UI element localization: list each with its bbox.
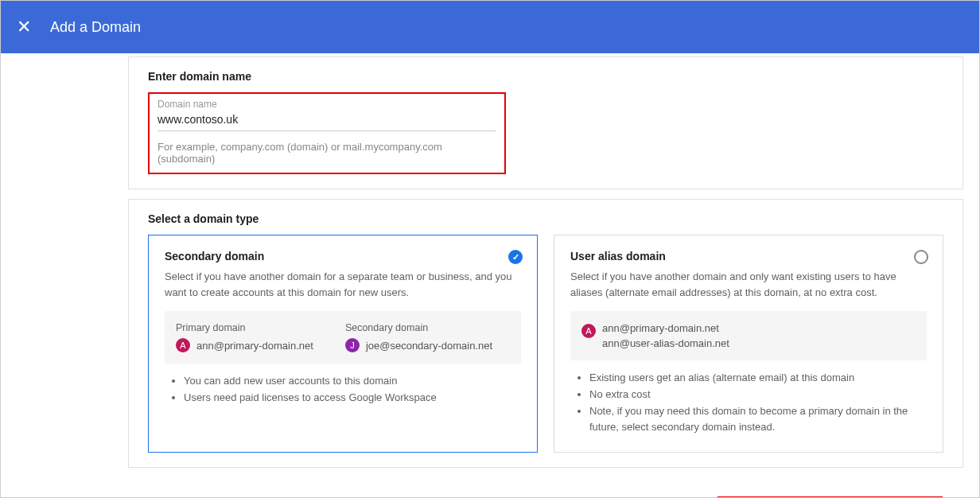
header-bar: ✕ Add a Domain (1, 1, 979, 53)
domain-name-input[interactable]: www.contoso.uk (158, 110, 496, 131)
enter-domain-title: Enter domain name (148, 70, 943, 83)
alias-bullets: Existing users get an alias (alternate e… (570, 370, 927, 436)
check-circle-icon (508, 250, 523, 264)
user-alias-domain-option[interactable]: User alias domain Select if you have ano… (554, 235, 943, 453)
page-title: Add a Domain (50, 19, 141, 36)
secondary-domain-title: Secondary domain (165, 250, 521, 263)
alias-bullet-1: Existing users get an alias (alternate e… (589, 370, 927, 387)
alias-example-box: A ann@primary-domain.net ann@user-alias-… (570, 311, 927, 360)
avatar-j-icon: J (345, 338, 360, 352)
secondary-example-box: Primary domain A ann@primary-domain.net … (165, 311, 521, 364)
select-type-card: Select a domain type Secondary domain Se… (128, 199, 963, 468)
secondary-bullets: You can add new user accounts to this do… (165, 373, 521, 407)
domain-input-highlight: Domain name www.contoso.uk For example, … (148, 92, 506, 174)
secondary-bullet-1: You can add new user accounts to this do… (184, 373, 521, 390)
domain-helper-text: For example, company.com (domain) or mai… (158, 141, 496, 165)
footer-actions: CANCEL ADD DOMAIN & START VERIFICATION (128, 477, 963, 498)
alias-bullet-3: Note, if you may need this domain to bec… (589, 403, 927, 437)
select-type-title: Select a domain type (148, 212, 943, 225)
radio-unchecked-icon (914, 250, 928, 264)
secondary-email-example: joe@secondary-domain.net (366, 340, 492, 352)
alias-email-2: ann@user-alias-domain.net (602, 337, 729, 349)
primary-email-example: ann@primary-domain.net (196, 340, 313, 352)
avatar-a-icon: A (581, 324, 596, 338)
secondary-bullet-2: Users need paid licenses to access Googl… (184, 390, 521, 407)
secondary-domain-description: Select if you have another domain for a … (165, 269, 521, 300)
alias-domain-description: Select if you have another domain and on… (570, 269, 927, 300)
alias-email-1: ann@primary-domain.net (602, 322, 729, 334)
close-icon[interactable]: ✕ (17, 18, 31, 36)
alias-bullet-2: No extra cost (589, 387, 927, 403)
primary-domain-label: Primary domain (176, 322, 313, 333)
domain-name-label: Domain name (158, 99, 496, 110)
alias-domain-title: User alias domain (570, 250, 927, 263)
secondary-domain-option[interactable]: Secondary domain Select if you have anot… (148, 235, 538, 453)
enter-domain-card: Enter domain name Domain name www.contos… (128, 56, 963, 189)
avatar-a-icon: A (176, 338, 190, 352)
secondary-domain-label: Secondary domain (345, 322, 492, 333)
